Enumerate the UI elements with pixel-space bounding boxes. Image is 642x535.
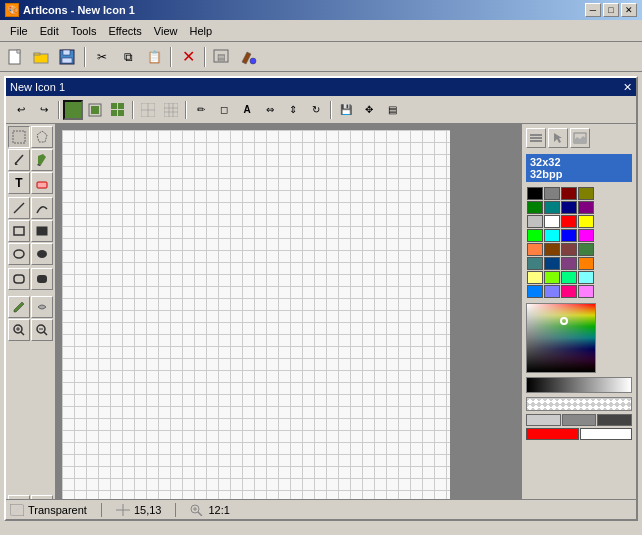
color-orange1[interactable] xyxy=(527,243,543,256)
tool-eraser[interactable] xyxy=(31,172,53,194)
layers-button[interactable] xyxy=(526,128,546,148)
color-darkblue[interactable] xyxy=(544,257,560,270)
color-darkcyan[interactable] xyxy=(527,257,543,270)
menu-effects[interactable]: Effects xyxy=(102,23,147,39)
layer-inner[interactable]: ▤ xyxy=(381,100,403,120)
drag-inner[interactable]: ✥ xyxy=(358,100,380,120)
menu-help[interactable]: Help xyxy=(183,23,218,39)
grid-1[interactable] xyxy=(137,100,159,120)
new-button[interactable] xyxy=(4,46,28,68)
pointer-button[interactable] xyxy=(548,128,568,148)
minimize-button[interactable]: ─ xyxy=(585,3,601,17)
text-inner[interactable]: A xyxy=(236,100,258,120)
tool-smudge[interactable] xyxy=(31,296,53,318)
tool-eyedropper[interactable] xyxy=(8,296,30,318)
menu-view[interactable]: View xyxy=(148,23,184,39)
close-button[interactable]: ✕ xyxy=(621,3,637,17)
color-bar-1[interactable] xyxy=(526,414,561,426)
redo-button[interactable]: ↪ xyxy=(33,100,55,120)
delete-button[interactable]: ✕ xyxy=(176,46,200,68)
tool-rect[interactable] xyxy=(8,220,30,242)
tool-fill[interactable] xyxy=(31,149,53,171)
color-white[interactable] xyxy=(544,215,560,228)
tool-pencil[interactable] xyxy=(8,149,30,171)
tool-select-rect[interactable] xyxy=(8,126,30,148)
save-button[interactable] xyxy=(56,46,80,68)
color-lightyellow[interactable] xyxy=(527,271,543,284)
color-orange2[interactable] xyxy=(578,257,594,270)
menu-edit[interactable]: Edit xyxy=(34,23,65,39)
color-picker[interactable] xyxy=(526,303,596,373)
color-green[interactable] xyxy=(527,201,543,214)
tool-ellipse-filled[interactable] xyxy=(31,243,53,265)
color-bar-3[interactable] xyxy=(597,414,632,426)
color-blue[interactable] xyxy=(561,229,577,242)
color-magenta[interactable] xyxy=(578,229,594,242)
paste-button[interactable]: 📋 xyxy=(142,46,166,68)
rotate[interactable]: ↻ xyxy=(305,100,327,120)
color-purple[interactable] xyxy=(578,201,594,214)
color-yellow[interactable] xyxy=(578,215,594,228)
open-button[interactable] xyxy=(30,46,54,68)
canvas-area[interactable] xyxy=(56,124,521,519)
save-inner[interactable]: 💾 xyxy=(335,100,357,120)
color-gray[interactable] xyxy=(544,187,560,200)
undo-button[interactable]: ↩ xyxy=(10,100,32,120)
tool-zoom-out[interactable] xyxy=(31,319,53,341)
color-navy[interactable] xyxy=(561,201,577,214)
menu-tools[interactable]: Tools xyxy=(65,23,103,39)
color-cyan[interactable] xyxy=(544,229,560,242)
color-springgreen[interactable] xyxy=(561,271,577,284)
icon-format-2[interactable] xyxy=(84,100,106,120)
doc-close-button[interactable]: ✕ xyxy=(623,81,632,94)
image-button[interactable] xyxy=(570,128,590,148)
color-lime[interactable] xyxy=(527,229,543,242)
copy-button[interactable]: ⧉ xyxy=(116,46,140,68)
svg-rect-15 xyxy=(111,110,117,116)
gray-gradient[interactable] xyxy=(526,377,632,393)
color-black[interactable] xyxy=(527,187,543,200)
color-darkgreen[interactable] xyxy=(578,243,594,256)
tool-select-free[interactable] xyxy=(31,126,53,148)
color-chartreuse[interactable] xyxy=(544,271,560,284)
color-bar-white[interactable] xyxy=(580,428,633,440)
grid-2[interactable] xyxy=(160,100,182,120)
flip-v[interactable]: ⇕ xyxy=(282,100,304,120)
color-azure[interactable] xyxy=(527,285,543,298)
cut-button[interactable]: ✂ xyxy=(90,46,114,68)
tool-curve[interactable] xyxy=(31,197,53,219)
pixel-canvas[interactable] xyxy=(61,129,451,519)
color-olive[interactable] xyxy=(578,187,594,200)
menu-file[interactable]: File xyxy=(4,23,34,39)
color-lightcyan[interactable] xyxy=(578,271,594,284)
undo-image-button[interactable]: ▤ xyxy=(210,46,234,68)
color-teal[interactable] xyxy=(544,201,560,214)
eraser-inner[interactable]: ◻ xyxy=(213,100,235,120)
color-indigo[interactable] xyxy=(561,257,577,270)
color-maroon[interactable] xyxy=(561,187,577,200)
color-lavender[interactable] xyxy=(544,285,560,298)
color-orchid[interactable] xyxy=(578,285,594,298)
tool-line[interactable] xyxy=(8,197,30,219)
tool-ellipse[interactable] xyxy=(8,243,30,265)
icon-format-3[interactable] xyxy=(107,100,129,120)
pencil-inner[interactable]: ✏ xyxy=(190,100,212,120)
tool-rounded-rect-filled[interactable] xyxy=(31,268,53,290)
color-red[interactable] xyxy=(561,215,577,228)
transparent-strip[interactable] xyxy=(526,397,632,411)
color-bar-2[interactable] xyxy=(562,414,597,426)
color-bar-red[interactable] xyxy=(526,428,579,440)
paint-bucket-toolbar[interactable] xyxy=(236,46,260,68)
color-rose[interactable] xyxy=(561,285,577,298)
tool-rounded-rect[interactable] xyxy=(8,268,30,290)
icon-format-1[interactable] xyxy=(63,100,83,120)
tool-zoom-in[interactable] xyxy=(8,319,30,341)
tool-rect-filled[interactable] xyxy=(31,220,53,242)
flip-h[interactable]: ⇔ xyxy=(259,100,281,120)
tool-text[interactable]: T xyxy=(8,172,30,194)
color-brown[interactable] xyxy=(544,243,560,256)
color-darkred[interactable] xyxy=(561,243,577,256)
color-silver[interactable] xyxy=(527,215,543,228)
canvas-grid[interactable] xyxy=(62,130,450,518)
maximize-button[interactable]: □ xyxy=(603,3,619,17)
